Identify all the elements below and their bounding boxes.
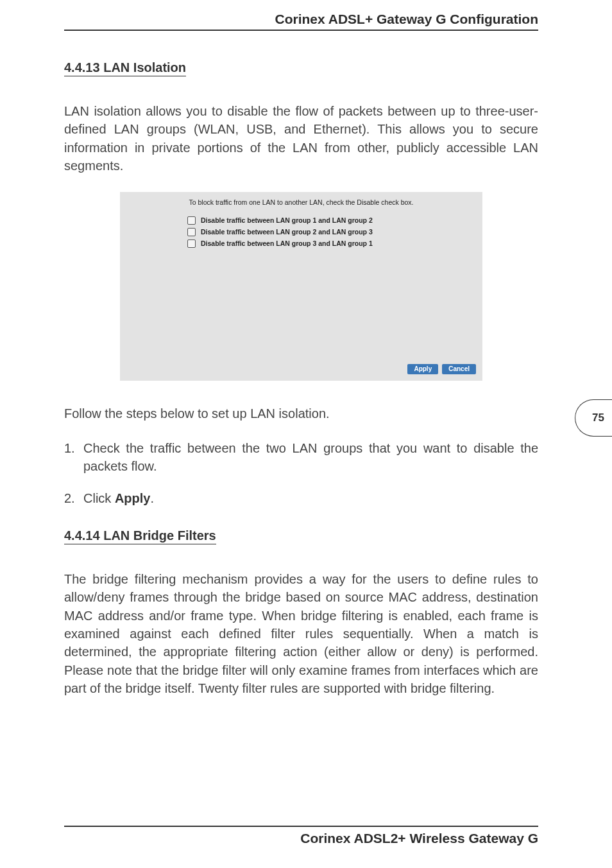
step2-suffix: . (150, 491, 154, 505)
footer-title: Corinex ADSL2+ Wireless Gateway G (300, 831, 538, 846)
page-number-tab: 75 (575, 399, 612, 437)
checkbox-icon[interactable] (187, 228, 196, 236)
checkbox-icon[interactable] (187, 216, 196, 225)
checkbox-row-1-2[interactable]: Disable traffic between LAN group 1 and … (187, 216, 482, 225)
checkbox-row-3-1[interactable]: Disable traffic between LAN group 3 and … (187, 239, 482, 248)
step-text: Click Apply. (83, 489, 538, 507)
step-text: Check the traffic between the two LAN gr… (83, 439, 538, 476)
panel-instruction: To block traffic from one LAN to another… (120, 192, 482, 216)
checkbox-icon[interactable] (187, 239, 196, 248)
step-number: 2. (64, 489, 83, 507)
section-heading-lan-bridge-filters: 4.4.14 LAN Bridge Filters (64, 528, 216, 544)
step-2: 2. Click Apply. (64, 489, 538, 507)
header-title: Corinex ADSL+ Gateway G Configuration (275, 12, 538, 26)
lan-isolation-intro: LAN isolation allows you to disable the … (64, 102, 538, 175)
step2-prefix: Click (83, 491, 115, 505)
apply-button[interactable]: Apply (407, 364, 438, 374)
step2-bold: Apply (115, 491, 151, 505)
lan-isolation-panel: To block traffic from one LAN to another… (120, 192, 482, 381)
checkbox-label: Disable traffic between LAN group 2 and … (201, 228, 373, 236)
page-footer: Corinex ADSL2+ Wireless Gateway G (64, 826, 538, 846)
section-lan-bridge-filters: 4.4.14 LAN Bridge Filters The bridge fil… (64, 528, 538, 698)
checkbox-label: Disable traffic between LAN group 3 and … (201, 239, 373, 247)
lan-bridge-filters-body: The bridge filtering mechanism provides … (64, 570, 538, 698)
follow-steps-text: Follow the steps below to set up LAN iso… (64, 406, 538, 421)
step-number: 1. (64, 439, 83, 476)
section-lan-isolation: 4.4.13 LAN Isolation LAN isolation allow… (64, 60, 538, 175)
embedded-ui-screenshot: To block traffic from one LAN to another… (64, 192, 538, 381)
step-1: 1. Check the traffic between the two LAN… (64, 439, 538, 476)
manual-page: Corinex ADSL+ Gateway G Configuration 4.… (0, 0, 612, 868)
checkbox-row-2-3[interactable]: Disable traffic between LAN group 2 and … (187, 228, 482, 236)
cancel-button[interactable]: Cancel (442, 364, 476, 374)
checkbox-label: Disable traffic between LAN group 1 and … (201, 216, 373, 224)
page-number: 75 (592, 412, 604, 424)
panel-button-bar: Apply Cancel (120, 360, 482, 381)
section-heading-lan-isolation: 4.4.13 LAN Isolation (64, 60, 186, 76)
panel-spacer (120, 251, 482, 360)
page-header: Corinex ADSL+ Gateway G Configuration (64, 12, 538, 31)
